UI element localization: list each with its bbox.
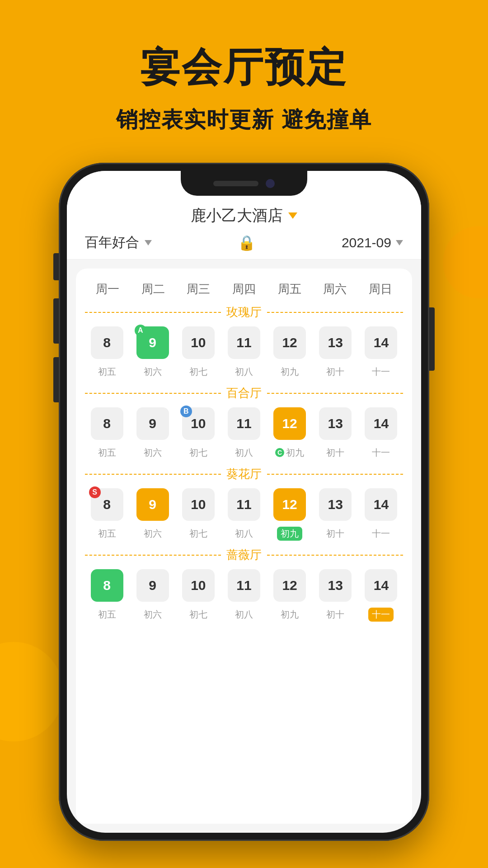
date-number: 11	[228, 326, 260, 359]
lunar-cell: 初五	[85, 363, 129, 380]
date-cell[interactable]: 12	[268, 405, 312, 443]
lunar-cell: 初五	[85, 444, 129, 461]
lock-icon[interactable]: 🔒	[238, 234, 256, 251]
calendar-container: 周一周二周三周四周五周六周日 玫瑰厅 8A91011121314初五初六初七初八…	[76, 269, 412, 824]
date-cell[interactable]: S8	[85, 486, 129, 524]
lunar-cell: 初八	[222, 363, 266, 380]
lunar-text: 初六	[144, 366, 162, 378]
lunar-text: 初八	[235, 609, 253, 621]
date-cell[interactable]: 14	[359, 566, 403, 604]
lunar-text: 初九	[277, 527, 302, 541]
page-subtitle: 销控表实时更新 避免撞单	[0, 105, 488, 134]
lunar-text: 十一	[372, 528, 390, 540]
hall-name: 玫瑰厅	[226, 304, 262, 320]
date-number: 11	[228, 407, 260, 440]
lunar-cell: 初七	[176, 444, 220, 461]
date-dropdown-arrow[interactable]	[396, 240, 403, 245]
hall-line	[85, 393, 221, 394]
date-filter[interactable]: 2021-09	[342, 235, 403, 250]
date-cell[interactable]: 13	[314, 405, 357, 443]
lunar-cell: 初十	[314, 444, 357, 461]
lunar-text: 初五	[98, 447, 116, 459]
lunar-cell: 初七	[176, 363, 220, 380]
date-cell[interactable]: 11	[222, 405, 266, 443]
date-number: 10	[182, 569, 215, 602]
lunar-text: 十一	[372, 366, 390, 378]
lunar-cell: 初六	[131, 363, 174, 380]
date-cell[interactable]: 10	[176, 324, 220, 362]
date-cell[interactable]: 13	[314, 566, 357, 604]
date-number: 9	[136, 407, 169, 440]
date-cell[interactable]: 9	[131, 405, 174, 443]
date-number: 13	[319, 407, 352, 440]
phone-screen: 鹿小乙大酒店 百年好合 🔒 2021-09	[67, 171, 421, 833]
bg-decoration-left	[0, 642, 63, 741]
filter-label: 百年好合	[85, 233, 139, 252]
date-cell[interactable]: 8	[85, 566, 129, 604]
hall-line	[267, 312, 403, 313]
date-cell[interactable]: 12	[268, 566, 312, 604]
lunar-text: 初九	[281, 609, 299, 621]
phone-notch	[181, 171, 307, 196]
app-header: 鹿小乙大酒店 百年好合 🔒 2021-09	[67, 198, 421, 259]
date-number: 13	[319, 326, 352, 359]
filter-dropdown-arrow[interactable]	[145, 240, 152, 245]
weekday-cell: 周日	[357, 278, 403, 301]
date-cell[interactable]: 14	[359, 486, 403, 524]
date-cell[interactable]: 11	[222, 324, 266, 362]
hall-name: 百合厅	[226, 385, 262, 401]
date-cell[interactable]: A9	[131, 324, 174, 362]
weekday-cell: 周二	[131, 278, 176, 301]
date-cell[interactable]: 14	[359, 324, 403, 362]
date-number: 13	[319, 569, 352, 602]
date-cell[interactable]: 12	[268, 324, 312, 362]
date-grid: 891011121314	[85, 566, 403, 604]
date-cell[interactable]: 9	[131, 486, 174, 524]
date-cell[interactable]: 13	[314, 324, 357, 362]
lunar-row: 初五初六初七初八C初九初十十一	[85, 444, 403, 461]
lunar-text: 初八	[235, 447, 253, 459]
lunar-text: 初九	[286, 447, 304, 459]
date-cell[interactable]: 10	[176, 566, 220, 604]
lunar-row: 初五初六初七初八初九初十十一	[85, 525, 403, 542]
hall-line	[85, 312, 221, 313]
date-number: 14	[365, 569, 397, 602]
lunar-cell: 初八	[222, 444, 266, 461]
phone-mockup: 鹿小乙大酒店 百年好合 🔒 2021-09	[59, 163, 429, 841]
date-cell[interactable]: 11	[222, 486, 266, 524]
hotel-dropdown-arrow[interactable]	[288, 212, 297, 219]
date-badge: S	[89, 486, 101, 498]
date-badge: B	[180, 406, 192, 417]
date-number: 12	[273, 407, 306, 440]
filter-left[interactable]: 百年好合	[85, 233, 152, 252]
hall-section-2: 葵花厅 S891011121314初五初六初七初八初九初十十一	[85, 466, 403, 542]
hall-line	[85, 555, 221, 556]
date-number: 8	[91, 407, 123, 440]
lunar-cell: 十一	[359, 606, 403, 623]
date-number: 9	[136, 488, 169, 521]
date-number: 12	[273, 488, 306, 521]
weekday-header: 周一周二周三周四周五周六周日	[85, 278, 403, 301]
lunar-cell: 十一	[359, 444, 403, 461]
date-cell[interactable]: 13	[314, 486, 357, 524]
date-number: 12	[273, 569, 306, 602]
date-cell[interactable]: 8	[85, 405, 129, 443]
lunar-row: 初五初六初七初八初九初十十一	[85, 606, 403, 623]
date-cell[interactable]: B10	[176, 405, 220, 443]
date-cell[interactable]: 10	[176, 486, 220, 524]
date-grid: 89B1011121314	[85, 405, 403, 443]
date-cell[interactable]: 11	[222, 566, 266, 604]
hotel-name-row[interactable]: 鹿小乙大酒店	[85, 205, 403, 226]
lunar-text: 初九	[281, 366, 299, 378]
date-cell[interactable]: 8	[85, 324, 129, 362]
date-cell[interactable]: 14	[359, 405, 403, 443]
lunar-cell: 初七	[176, 525, 220, 542]
date-cell[interactable]: 9	[131, 566, 174, 604]
date-text: 2021-09	[342, 235, 391, 250]
lunar-cell: 初十	[314, 363, 357, 380]
lunar-text: 初十	[326, 447, 344, 459]
weekday-cell: 周五	[267, 278, 312, 301]
date-cell[interactable]: 12	[268, 486, 312, 524]
lunar-cell: 初八	[222, 606, 266, 623]
date-badge: A	[135, 325, 146, 336]
